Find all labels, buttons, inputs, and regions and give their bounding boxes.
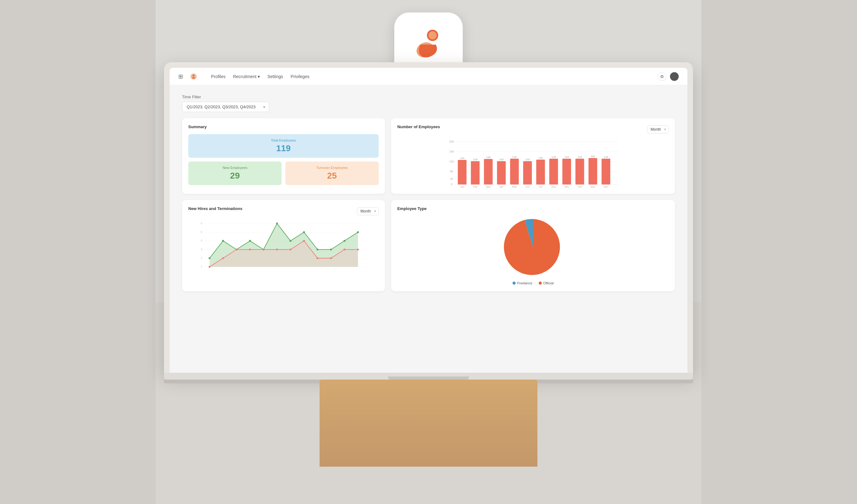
svg-text:110: 110: [499, 158, 504, 161]
svg-text:6: 6: [201, 222, 202, 225]
svg-rect-25: [497, 161, 506, 184]
dashboard-bottom-grid: New Hires and Terminations Month ▾ 6: [182, 200, 675, 291]
brand: [190, 73, 199, 80]
svg-text:Dec: Dec: [604, 185, 608, 188]
svg-point-84: [276, 249, 278, 250]
time-filter-label: Time Filter: [182, 95, 675, 99]
freelance-label: Freelance: [517, 281, 533, 285]
svg-text:Sep: Sep: [565, 185, 569, 188]
svg-point-83: [263, 249, 265, 250]
time-filter-select[interactable]: Q1/2023, Q2/2023, Q3/2023, Q4/2023 ▾: [182, 102, 269, 112]
svg-rect-43: [575, 159, 584, 184]
menu-privileges[interactable]: Privileges: [291, 74, 309, 79]
bar-chart: 200 160 120 80 40 0: [397, 138, 669, 188]
employee-type-title: Employee Type: [397, 206, 669, 211]
num-employees-card: Number of Employees Month ▾ 200: [391, 118, 675, 194]
svg-text:200: 200: [449, 140, 454, 143]
new-value: 29: [192, 171, 277, 181]
svg-rect-16: [458, 160, 467, 184]
total-value: 119: [192, 144, 374, 153]
svg-text:114: 114: [460, 157, 464, 159]
svg-rect-40: [562, 159, 571, 184]
time-filter-value: Q1/2023, Q2/2023, Q3/2023, Q4/2023: [187, 104, 255, 109]
turnover-value: 25: [290, 171, 374, 181]
official-dot: [539, 282, 542, 285]
svg-point-89: [343, 249, 346, 250]
svg-point-87: [317, 257, 318, 259]
svg-rect-37: [549, 159, 558, 184]
svg-point-3: [192, 75, 195, 77]
menu-settings[interactable]: Settings: [267, 74, 283, 79]
laptop-base: [164, 373, 693, 380]
svg-rect-49: [602, 159, 610, 184]
svg-point-79: [208, 266, 211, 268]
turnover-box: Turnover Employees 25: [285, 162, 379, 185]
new-hires-header: New Hires and Terminations Month ▾: [188, 206, 379, 216]
svg-rect-46: [588, 158, 597, 184]
menu-profiles[interactable]: Profiles: [211, 74, 225, 79]
menu-recruitment[interactable]: Recruitment ▾: [233, 74, 260, 79]
svg-text:118: 118: [486, 156, 490, 159]
official-legend: Official: [539, 281, 554, 285]
line-chart: 6 5 4 3 2 1 0: [188, 220, 379, 269]
summary-row: New Employees 29 Turnover Employees 25: [188, 162, 379, 185]
svg-text:Apr: Apr: [500, 185, 504, 188]
svg-point-82: [249, 249, 251, 250]
svg-text:Aug: Aug: [551, 185, 556, 188]
svg-text:3: 3: [201, 248, 202, 251]
dashboard-top-grid: Summary Total Employees 119 New Employee…: [182, 118, 675, 194]
new-hires-title: New Hires and Terminations: [188, 206, 242, 211]
svg-text:Jun: Jun: [525, 185, 529, 188]
settings-icon[interactable]: ⚙: [657, 72, 666, 81]
svg-text:110: 110: [525, 158, 530, 161]
chevron-down-icon: ▾: [258, 74, 260, 79]
svg-point-86: [303, 240, 305, 242]
laptop: ⊞ Profiles Recruitment: [164, 62, 693, 383]
svg-text:Jul: Jul: [539, 185, 542, 188]
time-filter-section: Time Filter Q1/2023, Q2/2023, Q3/2023, Q…: [182, 95, 675, 112]
svg-point-2: [428, 31, 437, 39]
svg-text:2: 2: [201, 257, 202, 259]
svg-text:0: 0: [451, 183, 452, 186]
new-hires-month-select[interactable]: Month ▾: [357, 207, 379, 215]
num-employees-month-select[interactable]: Month ▾: [647, 125, 669, 133]
freelance-legend: Freelance: [512, 281, 533, 285]
laptop-screen-outer: ⊞ Profiles Recruitment: [164, 62, 693, 373]
svg-point-88: [330, 257, 332, 259]
employee-type-card: Employee Type: [391, 200, 675, 291]
desk: [320, 380, 537, 467]
svg-rect-22: [484, 159, 492, 184]
new-label: New Employees: [192, 166, 277, 170]
num-employees-header: Number of Employees Month ▾: [397, 124, 669, 134]
svg-point-67: [208, 257, 211, 259]
svg-text:40: 40: [450, 177, 453, 181]
svg-text:5: 5: [201, 231, 202, 234]
grid-icon[interactable]: ⊞: [178, 73, 183, 80]
wall-left: [0, 0, 156, 504]
svg-text:116: 116: [538, 156, 543, 159]
brand-user-icon: [190, 73, 197, 80]
svg-rect-34: [536, 159, 545, 184]
svg-text:4: 4: [201, 239, 202, 242]
num-employees-title: Number of Employees: [397, 124, 440, 129]
svg-rect-31: [523, 161, 532, 184]
svg-point-72: [276, 222, 278, 224]
laptop-screen: ⊞ Profiles Recruitment: [170, 68, 687, 373]
avatar[interactable]: [670, 72, 679, 81]
svg-rect-28: [510, 159, 519, 184]
official-label: Official: [543, 281, 554, 285]
svg-text:1: 1: [201, 265, 202, 268]
svg-text:Nov: Nov: [591, 185, 595, 188]
svg-text:119: 119: [551, 155, 556, 158]
time-filter-chevron: ▾: [263, 105, 265, 109]
svg-text:May: May: [512, 185, 517, 188]
line-chart-svg: 6 5 4 3 2 1 0: [188, 220, 379, 269]
total-label: Total Employees: [192, 138, 374, 142]
month-chevron: ▾: [665, 128, 666, 131]
freelance-dot: [512, 282, 516, 285]
pie-chart-container: Freelance Official: [397, 216, 669, 285]
navbar: ⊞ Profiles Recruitment: [170, 68, 687, 85]
svg-text:Feb: Feb: [473, 185, 477, 188]
turnover-label: Turnover Employees: [290, 166, 374, 170]
svg-point-80: [222, 257, 224, 259]
